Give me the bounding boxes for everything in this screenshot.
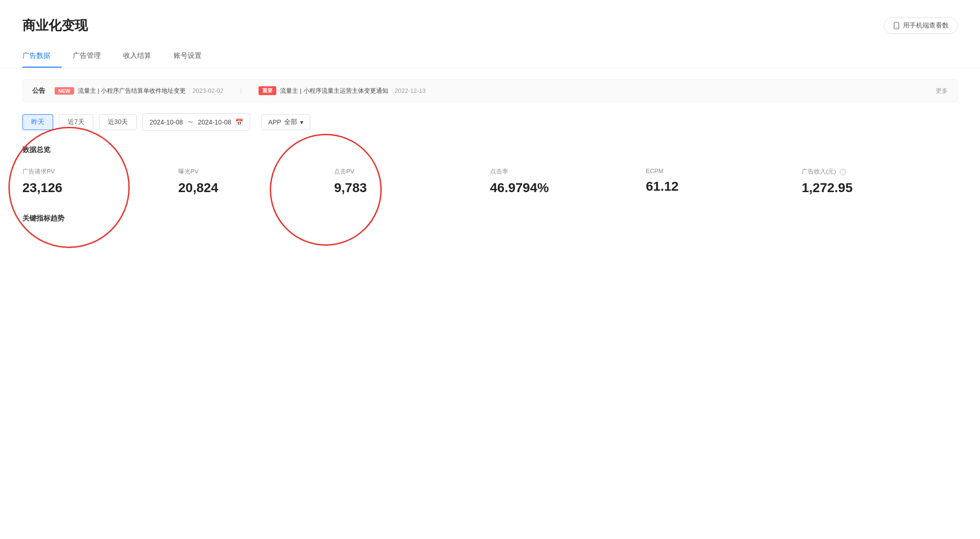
- content-area: 公告 NEW 流量主 | 小程序广告结算单收件地址变更 2023-02-02 |…: [0, 68, 980, 234]
- stat-value-click-rate: 46.9794%: [490, 180, 635, 195]
- filter-7days[interactable]: 近7天: [59, 114, 93, 130]
- announcement-text-1: 流量主 | 小程序广告结算单收件地址变更: [78, 87, 186, 95]
- main-container: 商业化变现 用手机端查看数 广告数据 广告管理 收入结算 账号设置 公告: [0, 0, 980, 539]
- filter-30days[interactable]: 近30天: [99, 114, 137, 130]
- mobile-view-label: 用手机端查看数: [903, 21, 949, 30]
- stat-value-ad-income: 1,272.95: [802, 180, 946, 195]
- page-title: 商业化变现: [22, 17, 88, 35]
- stat-label-exposure-pv: 曝光PV: [178, 167, 323, 176]
- announcement-item-1[interactable]: NEW 流量主 | 小程序广告结算单收件地址变更 2023-02-02: [55, 87, 224, 95]
- calendar-icon: 📅: [235, 118, 243, 126]
- tab-account[interactable]: 账号设置: [174, 46, 213, 68]
- stat-click-rate: 点击率 46.9794%: [490, 164, 646, 199]
- app-value: 全部: [284, 118, 297, 126]
- tab-ad-mgmt[interactable]: 广告管理: [73, 46, 112, 68]
- stat-click-pv: 点击PV 9,783: [334, 164, 490, 199]
- info-icon[interactable]: ⓘ: [840, 169, 846, 175]
- stat-label-ecpm: ECPM: [646, 167, 791, 174]
- mobile-icon: [893, 22, 900, 29]
- mobile-view-button[interactable]: 用手机端查看数: [884, 17, 958, 34]
- tab-income[interactable]: 收入结算: [123, 46, 162, 68]
- stat-value-exposure-pv: 20,824: [178, 180, 323, 195]
- stat-value-ad-request-pv: 23,126: [22, 180, 167, 195]
- tabs-bar: 广告数据 广告管理 收入结算 账号设置: [0, 46, 980, 68]
- stat-label-ad-income: 广告收入(元) ⓘ: [802, 167, 946, 176]
- app-selector[interactable]: APP 全部 ▾: [261, 114, 310, 130]
- chevron-down-icon: ▾: [300, 118, 303, 126]
- filter-yesterday[interactable]: 昨天: [22, 114, 53, 130]
- date-range-picker[interactable]: 2024-10-08 ～ 2024-10-08 📅: [142, 113, 250, 131]
- trend-section-label: 关键指标趋势: [22, 214, 958, 223]
- date-separator: ～: [187, 117, 194, 127]
- announcement-bar: 公告 NEW 流量主 | 小程序广告结算单收件地址变更 2023-02-02 |…: [22, 79, 958, 102]
- stat-exposure-pv: 曝光PV 20,824: [178, 164, 334, 199]
- stat-ad-income: 广告收入(元) ⓘ 1,272.95: [802, 164, 958, 199]
- stat-value-ecpm: 61.12: [646, 179, 791, 194]
- stat-ecpm: ECPM 61.12: [646, 164, 802, 199]
- stat-label-click-rate: 点击率: [490, 167, 635, 176]
- stat-label-ad-request-pv: 广告请求PV: [22, 167, 167, 176]
- stats-section: 数据总览 广告请求PV 23,126 曝光PV 20,824 点击PV 9,78…: [22, 145, 958, 199]
- stat-ad-request-pv: 广告请求PV 23,126: [22, 164, 178, 199]
- stats-section-label: 数据总览: [22, 145, 958, 154]
- tab-ad-data[interactable]: 广告数据: [22, 46, 62, 68]
- date-end: 2024-10-08: [198, 118, 231, 126]
- filter-bar: 昨天 近7天 近30天 2024-10-08 ～ 2024-10-08 📅 AP…: [22, 113, 958, 131]
- svg-point-1: [896, 28, 896, 28]
- stat-label-click-pv: 点击PV: [334, 167, 479, 176]
- announcement-date-1: 2023-02-02: [192, 87, 224, 94]
- announcement-label: 公告: [32, 87, 45, 95]
- stats-grid: 广告请求PV 23,126 曝光PV 20,824 点击PV 9,783 点击率…: [22, 164, 958, 199]
- page-header: 商业化变现 用手机端查看数: [0, 0, 980, 46]
- app-label: APP: [268, 118, 281, 126]
- more-link[interactable]: 更多: [936, 87, 948, 95]
- badge-new: NEW: [55, 87, 74, 95]
- stat-value-click-pv: 9,783: [334, 180, 479, 195]
- badge-important: 重要: [259, 86, 276, 95]
- divider: |: [240, 87, 242, 94]
- announcement-item-2[interactable]: 重要 流量主 | 小程序流量主运营主体变更通知 2022-12-13: [259, 86, 426, 95]
- date-start: 2024-10-08: [149, 118, 183, 126]
- announcement-text-2: 流量主 | 小程序流量主运营主体变更通知: [280, 87, 388, 95]
- announcement-date-2: 2022-12-13: [395, 87, 426, 94]
